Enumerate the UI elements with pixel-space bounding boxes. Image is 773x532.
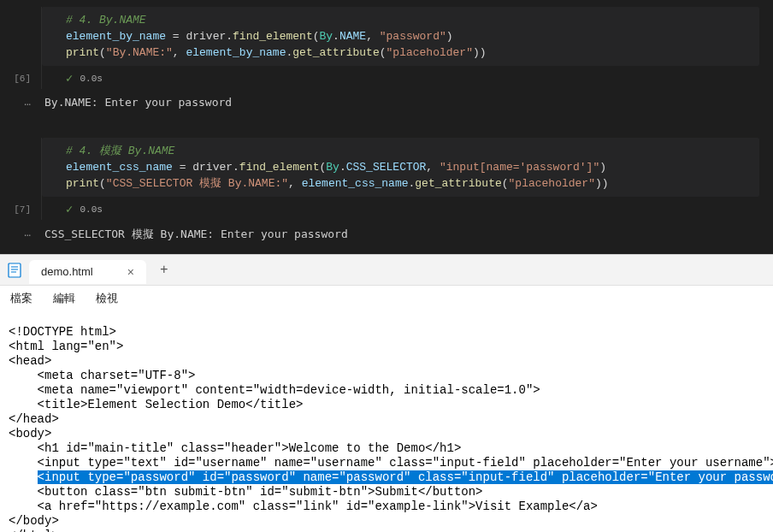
- execution-status: ✓ 0.0s: [42, 66, 773, 89]
- menu-bar: 檔案 編輯 檢視: [0, 286, 773, 313]
- file-line: <!DOCTYPE html>: [9, 325, 764, 340]
- file-tab[interactable]: demo.html ×: [29, 260, 146, 284]
- file-line: <a href="https://example.com" class="lin…: [9, 499, 764, 514]
- menu-file[interactable]: 檔案: [10, 291, 32, 306]
- file-line-highlighted: <input type="password" id="password" nam…: [9, 470, 764, 485]
- menu-edit[interactable]: 編輯: [53, 291, 75, 306]
- file-line: <meta charset="UTF-8">: [9, 369, 764, 383]
- file-line: <h1 id="main-title" class="header">Welco…: [9, 441, 764, 456]
- tab-label: demo.html: [41, 265, 93, 278]
- code-comment: # 4. By.NAME: [66, 14, 146, 27]
- code-line: print("CSS_SELECTOR 模擬 By.NAME:", elemen…: [66, 175, 746, 192]
- cell-number: [6]: [14, 74, 31, 84]
- cell-body: # 4. By.NAME element_by_name = driver.fi…: [41, 7, 773, 89]
- file-content[interactable]: <!DOCTYPE html><html lang="en"><head> <m…: [0, 313, 773, 532]
- new-tab-button[interactable]: +: [160, 263, 168, 278]
- notepad-icon: [0, 263, 29, 278]
- check-icon: ✓: [66, 202, 73, 216]
- output-gutter: …: [0, 96, 41, 109]
- code-comment: # 4. 模擬 By.NAME: [66, 145, 174, 157]
- exec-time: 0.0s: [80, 204, 102, 215]
- exec-time: 0.0s: [80, 74, 102, 84]
- cell-gutter: [7]: [0, 138, 41, 220]
- svg-rect-0: [9, 263, 21, 277]
- notebook-panel: [6] # 4. By.NAME element_by_name = drive…: [0, 0, 773, 254]
- file-line: </body>: [9, 514, 764, 529]
- execution-status: ✓ 0.0s: [42, 197, 773, 220]
- close-icon[interactable]: ×: [127, 265, 134, 279]
- file-line: </head>: [9, 412, 764, 427]
- output-gutter: …: [0, 227, 41, 242]
- code-line: element_css_name = driver.find_element(B…: [66, 159, 746, 175]
- cell-output: … CSS_SELECTOR 模擬 By.NAME: Enter your pa…: [0, 220, 773, 254]
- check-icon: ✓: [66, 71, 73, 86]
- file-line: <body>: [9, 427, 764, 441]
- cell-gutter: [6]: [0, 7, 41, 89]
- code-line: print("By.NAME:", element_by_name.get_at…: [66, 44, 746, 61]
- file-line: <head>: [9, 354, 764, 369]
- menu-view[interactable]: 檢視: [96, 291, 118, 306]
- output-text: By.NAME: Enter your password: [41, 96, 773, 109]
- cell-number: [7]: [14, 204, 31, 215]
- code-cell[interactable]: [7] # 4. 模擬 By.NAME element_css_name = d…: [0, 131, 773, 220]
- tab-bar: demo.html × +: [0, 255, 773, 286]
- code-line: element_by_name = driver.find_element(By…: [66, 28, 746, 44]
- selected-text: <input type="password" id="password" nam…: [38, 470, 773, 484]
- file-line: <button class="btn submit-btn" id="submi…: [9, 485, 764, 499]
- code-block[interactable]: # 4. By.NAME element_by_name = driver.fi…: [42, 7, 759, 66]
- output-text: CSS_SELECTOR 模擬 By.NAME: Enter your pass…: [41, 227, 773, 242]
- text-editor-window: demo.html × + 檔案 編輯 檢視 <!DOCTYPE html><h…: [0, 254, 773, 532]
- file-line: </html>: [9, 529, 764, 532]
- code-block[interactable]: # 4. 模擬 By.NAME element_css_name = drive…: [42, 138, 759, 197]
- file-line: <meta name="viewport" content="width=dev…: [9, 383, 764, 398]
- cell-output: … By.NAME: Enter your password: [0, 89, 773, 117]
- cell-body: # 4. 模擬 By.NAME element_css_name = drive…: [41, 138, 773, 220]
- file-line: <title>Element Selection Demo</title>: [9, 398, 764, 412]
- file-line: <input type="text" id="username" name="u…: [9, 456, 764, 470]
- file-line: <html lang="en">: [9, 340, 764, 354]
- code-cell[interactable]: [6] # 4. By.NAME element_by_name = drive…: [0, 0, 773, 89]
